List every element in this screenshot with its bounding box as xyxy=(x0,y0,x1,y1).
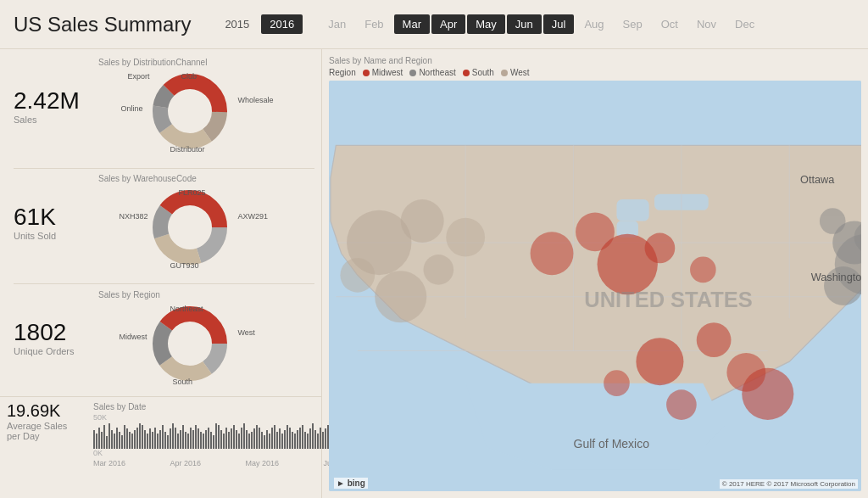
bar-39 xyxy=(192,430,194,449)
sales-kpi-block: 2.42M Sales xyxy=(14,89,90,125)
bar-11 xyxy=(121,435,123,449)
bar-21 xyxy=(147,434,148,449)
svg-point-28 xyxy=(576,212,615,251)
svg-rect-17 xyxy=(616,199,648,221)
svg-text:Gulf of Mexico: Gulf of Mexico xyxy=(574,437,650,450)
legend-northeast: Northeast xyxy=(409,68,455,77)
month-jan-button[interactable]: Jan xyxy=(320,14,354,34)
bar-76 xyxy=(287,425,288,449)
legend-midwest: Midwest xyxy=(363,68,403,77)
svg-point-31 xyxy=(690,257,716,283)
units-value: 61K xyxy=(14,205,90,229)
label-nxh382: NXH382 xyxy=(120,212,148,221)
bar-51 xyxy=(223,434,225,449)
bar-59 xyxy=(243,423,245,449)
bar-66 xyxy=(261,432,263,449)
bar-2 xyxy=(98,428,100,449)
bar-9 xyxy=(116,428,118,449)
bar-88 xyxy=(317,434,319,449)
month-sep-button[interactable]: Sep xyxy=(615,14,651,34)
svg-point-44 xyxy=(401,199,444,243)
bar-85 xyxy=(309,428,311,449)
svg-point-30 xyxy=(531,232,574,275)
bar-chart-section: 19.69K Average Sales per Day Sales by Da… xyxy=(0,396,321,498)
legend-label-west: West xyxy=(510,68,530,77)
donut-chart-warehouse: FLR025 AXW291 NXH382 GUT930 xyxy=(118,187,287,271)
bar-34 xyxy=(180,430,181,449)
bar-19 xyxy=(142,425,143,449)
month-may-button[interactable]: May xyxy=(467,14,505,34)
warehouse-chart[interactable]: Sales by WarehouseCode FLR025 AXW291 NXH… xyxy=(90,174,314,271)
bar-81 xyxy=(299,428,301,449)
bar-22 xyxy=(149,428,151,449)
bar-61 xyxy=(248,434,250,449)
bar-20 xyxy=(144,430,146,449)
svg-point-37 xyxy=(666,389,697,420)
map-svg: UNITED STATES Gulf of Mexico Ottawa Wash… xyxy=(329,81,861,491)
donut-svg-3 xyxy=(143,303,236,383)
svg-point-35 xyxy=(604,370,630,396)
label-northeast: Northeast xyxy=(170,305,203,313)
avg-sales-value: 19.69K xyxy=(7,402,83,419)
bar-65 xyxy=(259,428,260,449)
month-feb-button[interactable]: Feb xyxy=(356,14,392,34)
x-label-mar: Mar 2016 xyxy=(93,459,125,467)
avg-sales-block: 19.69K Average Sales per Day xyxy=(7,402,83,441)
bar-33 xyxy=(177,434,179,449)
bar-46 xyxy=(210,432,212,449)
svg-point-47 xyxy=(423,255,453,285)
bar-75 xyxy=(284,430,286,449)
bar-62 xyxy=(251,432,253,449)
year-2016-button[interactable]: 2016 xyxy=(261,14,303,34)
bar-28 xyxy=(164,432,166,449)
bar-72 xyxy=(276,432,278,449)
bar-50 xyxy=(220,430,222,449)
map-frame[interactable]: UNITED STATES Gulf of Mexico Ottawa Wash… xyxy=(329,81,861,491)
region-chart[interactable]: Sales by Region Northeast West Midwest S xyxy=(90,290,314,388)
svg-text:Ottawa: Ottawa xyxy=(800,173,835,186)
month-jul-button[interactable]: Jul xyxy=(543,14,575,34)
divider-1 xyxy=(14,168,314,169)
month-jun-button[interactable]: Jun xyxy=(507,14,542,34)
bar-6 xyxy=(108,423,110,449)
bar-47 xyxy=(213,435,214,449)
month-dec-button[interactable]: Dec xyxy=(726,14,763,34)
month-aug-button[interactable]: Aug xyxy=(576,14,612,34)
month-apr-button[interactable]: Apr xyxy=(431,14,465,34)
legend-south: South xyxy=(463,68,494,77)
svg-point-48 xyxy=(446,218,485,257)
legend-dot-west xyxy=(501,70,508,76)
bar-18 xyxy=(139,423,141,449)
bar-10 xyxy=(119,432,120,449)
label-axw291: AXW291 xyxy=(238,212,269,221)
bar-64 xyxy=(256,425,258,449)
month-oct-button[interactable]: Oct xyxy=(653,14,687,34)
bar-71 xyxy=(274,425,275,449)
left-panel: 2.42M Sales Sales by DistributionChannel xyxy=(0,49,322,498)
month-mar-button[interactable]: Mar xyxy=(394,14,430,34)
bar-45 xyxy=(208,428,209,449)
bar-15 xyxy=(131,434,133,449)
year-2015-button[interactable]: 2015 xyxy=(216,14,258,34)
bar-67 xyxy=(264,435,265,449)
legend-west: West xyxy=(501,68,530,77)
month-navigation: Jan Feb Mar Apr May Jun Jul Aug Sep Oct … xyxy=(320,14,854,34)
bar-44 xyxy=(205,430,207,449)
units-label: Units Sold xyxy=(14,231,90,241)
distribution-channel-chart[interactable]: Sales by DistributionChannel xyxy=(90,58,314,155)
bar-3 xyxy=(101,432,103,449)
divider-2 xyxy=(14,283,314,284)
bar-35 xyxy=(182,425,184,449)
bar-4 xyxy=(103,425,105,449)
bar-63 xyxy=(253,428,255,449)
x-label-apr: Apr 2016 xyxy=(170,459,201,467)
bar-68 xyxy=(266,430,268,449)
bing-logo: ► bing xyxy=(334,478,368,489)
month-nov-button[interactable]: Nov xyxy=(688,14,725,34)
label-distributor: Distributor xyxy=(170,145,205,154)
map-title: Sales by Name and Region xyxy=(329,56,861,65)
bar-1 xyxy=(96,434,97,449)
bar-16 xyxy=(134,430,136,449)
bar-84 xyxy=(307,434,309,449)
bar-82 xyxy=(302,425,303,449)
